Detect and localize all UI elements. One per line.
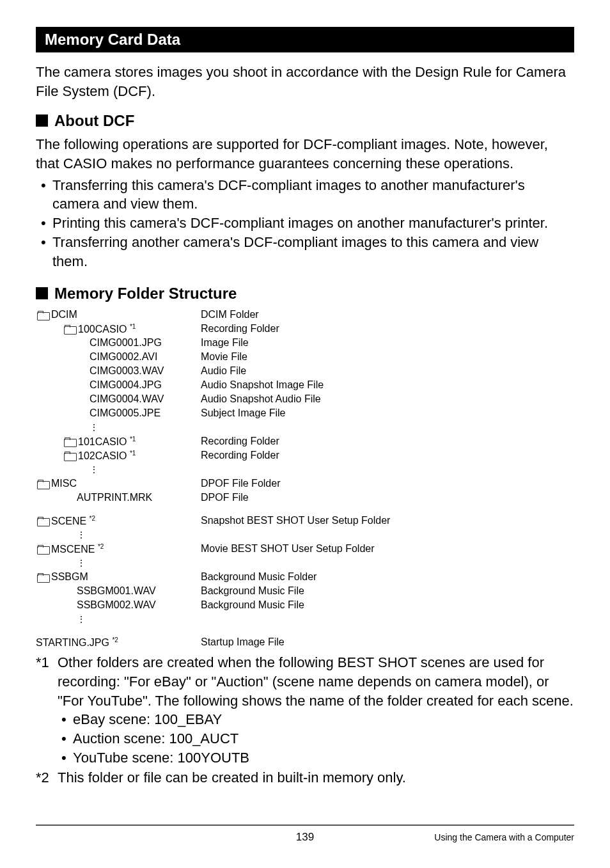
tree-item-desc: Recording Folder [201, 450, 279, 461]
tree-row: ⋮ [36, 556, 574, 570]
note-mark: *2 [36, 768, 58, 787]
tree-row: ⋮ [36, 462, 574, 477]
list-item: Transferring another camera's DCF-compli… [41, 233, 574, 271]
tree-item-label: SSBGM002.WAV [77, 599, 156, 611]
tree-item-desc: DPOF File [201, 492, 249, 503]
tree-item-label: AUTPRINT.MRK [77, 492, 152, 503]
tree-row: CIMG0003.WAVAudio File [36, 364, 574, 378]
tree-item-label: 100CASIO *1 [78, 323, 136, 335]
tree-row: 101CASIO *1Recording Folder [36, 434, 574, 448]
tree-item-desc: DPOF File Folder [201, 478, 280, 489]
section-title: Memory Card Data [36, 27, 574, 52]
tree-item-desc: Audio Snapshot Audio File [201, 393, 321, 405]
square-bullet-icon [36, 114, 48, 127]
folder-structure-heading-text: Memory Folder Structure [54, 285, 237, 302]
about-dcf-heading-text: About DCF [54, 112, 134, 129]
tree-item-desc: DCIM Folder [201, 309, 259, 320]
dcf-bullet-list: Transferring this camera's DCF-compliant… [41, 176, 574, 271]
tree-item-label: SCENE *2 [51, 515, 95, 527]
about-dcf-heading: About DCF [36, 112, 574, 130]
tree-row: 102CASIO *1Recording Folder [36, 448, 574, 462]
note-2: *2 This folder or file can be created in… [36, 768, 574, 787]
tree-row: SSBGM002.WAVBackground Music File [36, 598, 574, 612]
starting-file-desc: Startup Image File [201, 636, 285, 648]
tree-row: CIMG0002.AVIMovie File [36, 350, 574, 364]
note-2-text: This folder or file can be created in bu… [58, 768, 574, 787]
folder-icon [37, 311, 49, 319]
tree-item-desc: Background Music File [201, 585, 304, 597]
tree-row: ⋮ [36, 528, 574, 542]
tree-row: AUTPRINT.MRKDPOF File [36, 491, 574, 505]
note-mark: *1 [36, 653, 58, 767]
tree-item-desc: Background Music Folder [201, 571, 317, 583]
tree-item-label: CIMG0002.AVI [90, 351, 157, 363]
intro-text: The camera stores images you shoot in ac… [36, 63, 574, 100]
folder-icon [64, 452, 75, 460]
tree-row: 100CASIO *1Recording Folder [36, 322, 574, 336]
tree-row: SSBGMBackground Music Folder [36, 570, 574, 584]
tree-row: ⋮ [36, 612, 574, 626]
tree-row: CIMG0004.JPGAudio Snapshot Image File [36, 378, 574, 392]
tree-item-label: 101CASIO *1 [78, 436, 136, 448]
folder-icon [37, 517, 49, 525]
tree-item-desc: Audio Snapshot Image File [201, 379, 324, 391]
square-bullet-icon [36, 287, 48, 299]
note-1-text: Other folders are created when the follo… [58, 653, 574, 710]
starting-row: STARTING.JPG *2 Startup Image File [36, 635, 574, 649]
tree-row: SSBGM001.WAVBackground Music File [36, 584, 574, 598]
tree-item-label: SSBGM001.WAV [77, 585, 156, 597]
folder-icon [37, 480, 49, 488]
vertical-dots-icon: ⋮ [77, 532, 87, 538]
tree-row: CIMG0004.WAVAudio Snapshot Audio File [36, 392, 574, 406]
tree-item-desc: Image File [201, 337, 249, 349]
tree-item-desc: Background Music File [201, 599, 304, 611]
vertical-dots-icon: ⋮ [90, 424, 100, 430]
tree-row: MISCDPOF File Folder [36, 477, 574, 491]
list-item: Auction scene: 100_AUCT [61, 729, 574, 748]
tree-row: CIMG0005.JPESubject Image File [36, 406, 574, 420]
tree-item-label: MISC [51, 478, 77, 489]
tree-row: SCENE *2Snapshot BEST SHOT User Setup Fo… [36, 514, 574, 528]
tree-row: CIMG0001.JPGImage File [36, 336, 574, 350]
tree-row: MSCENE *2Movie BEST SHOT User Setup Fold… [36, 542, 574, 556]
folder-structure-heading: Memory Folder Structure [36, 285, 574, 303]
vertical-dots-icon: ⋮ [77, 616, 87, 622]
starting-file-label: STARTING.JPG *2 [36, 636, 118, 649]
tree-item-desc: Recording Folder [201, 323, 279, 335]
tree-item-desc: Recording Folder [201, 436, 279, 447]
tree-row: DCIMDCIM Folder [36, 308, 574, 322]
tree-item-label: CIMG0004.JPG [90, 379, 162, 391]
tree-item-label: CIMG0005.JPE [90, 407, 160, 419]
tree-item-label: CIMG0001.JPG [90, 337, 162, 349]
vertical-dots-icon: ⋮ [90, 466, 100, 473]
tree-item-label: DCIM [51, 309, 77, 320]
vertical-dots-icon: ⋮ [77, 560, 87, 566]
tree-item-label: CIMG0003.WAV [90, 365, 164, 377]
footer-text: Using the Camera with a Computer [434, 832, 574, 842]
folder-icon [64, 325, 75, 333]
about-dcf-text: The following operations are supported f… [36, 135, 574, 173]
folder-icon [64, 438, 75, 446]
list-item: eBay scene: 100_EBAY [61, 710, 574, 729]
tree-row: ⋮ [36, 420, 574, 434]
list-item: Transferring this camera's DCF-compliant… [41, 176, 574, 214]
list-item: YouTube scene: 100YOUTB [61, 748, 574, 768]
tree-item-desc: Snapshot BEST SHOT User Setup Folder [201, 515, 390, 526]
tree-item-desc: Movie File [201, 351, 247, 363]
tree-item-desc: Subject Image File [201, 407, 286, 419]
tree-item-desc: Movie BEST SHOT User Setup Folder [201, 543, 375, 555]
tree-item-label: MSCENE *2 [51, 543, 104, 555]
folder-icon [37, 573, 49, 581]
tree-row [36, 505, 574, 514]
notes-section: *1 Other folders are created when the fo… [36, 653, 574, 787]
tree-item-label: 102CASIO *1 [78, 450, 136, 462]
list-item: Printing this camera's DCF-compliant ima… [41, 214, 574, 233]
page-footer: 139 Using the Camera with a Computer [36, 825, 574, 842]
tree-item-label: CIMG0004.WAV [90, 393, 164, 405]
note-1-bullets: eBay scene: 100_EBAY Auction scene: 100_… [61, 710, 574, 767]
folder-tree: DCIMDCIM Folder100CASIO *1Recording Fold… [36, 308, 574, 626]
folder-icon [37, 545, 49, 553]
tree-item-label: SSBGM [51, 571, 88, 583]
note-1: *1 Other folders are created when the fo… [36, 653, 574, 767]
tree-item-desc: Audio File [201, 365, 246, 377]
